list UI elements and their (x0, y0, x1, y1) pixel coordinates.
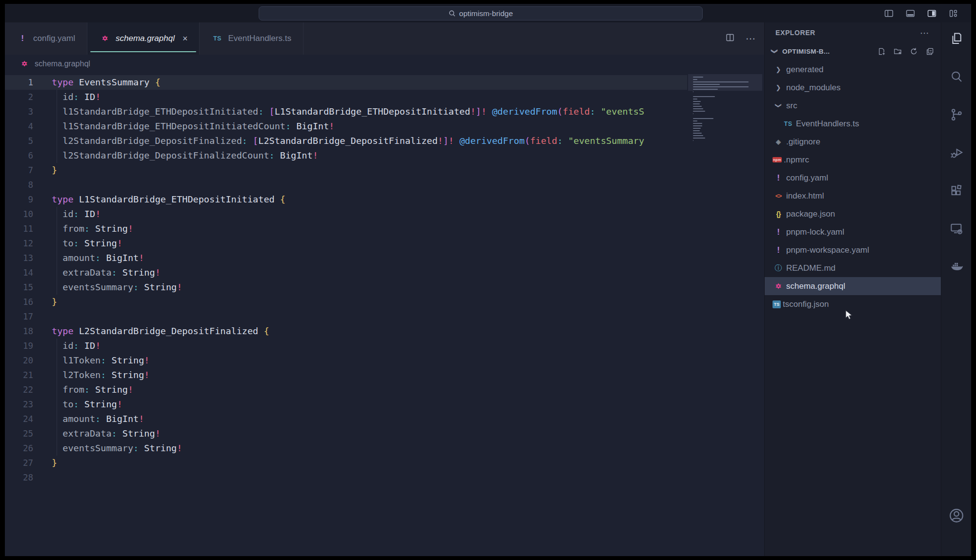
account-icon[interactable] (945, 507, 968, 545)
code-text: id: ID! (33, 90, 101, 104)
code-text: type L2StandardBridge_DepositFinalized { (33, 324, 269, 339)
code-text: l1StandardBridge_ETHDepositInitiatedCoun… (33, 119, 334, 134)
code-line[interactable]: 12 to: String! (5, 236, 764, 251)
activity-source-control-icon[interactable] (945, 107, 968, 145)
new-file-icon[interactable] (877, 47, 886, 56)
workspace-section-header[interactable]: ❯ OPTIMISM-B... (765, 43, 941, 60)
code-line[interactable]: 15 eventsSummary: String! (5, 280, 764, 295)
tab-label: config.yaml (33, 34, 75, 43)
new-folder-icon[interactable] (893, 47, 902, 56)
code-text (33, 178, 52, 192)
toggle-primary-sidebar-icon[interactable] (883, 8, 894, 19)
code-text: l2Token: String! (33, 368, 150, 382)
split-editor-icon[interactable] (725, 33, 735, 44)
code-line[interactable]: 13 amount: BigInt! (5, 251, 764, 265)
chevron-right-icon: ❯ (773, 66, 784, 73)
code-text: eventsSummary: String! (33, 441, 182, 456)
activity-run-debug-icon[interactable] (945, 145, 968, 183)
code-line[interactable]: 28 (5, 470, 764, 485)
code-line[interactable]: 17 (5, 309, 764, 324)
code-line[interactable]: 5 l2StandardBridge_DepositFinalized: [L2… (5, 134, 764, 148)
tree-item-node_modules[interactable]: ❯node_modules (765, 79, 941, 97)
code-line[interactable]: 25 extraData: String! (5, 426, 764, 441)
code-text: from: String! (33, 221, 133, 236)
code-line[interactable]: 6 l2StandardBridge_DepositFinalizedCount… (5, 148, 764, 163)
minimap[interactable] (690, 74, 757, 162)
tree-item-index.html[interactable]: <>index.html (765, 187, 941, 205)
tree-item-pnpm-lock.yaml[interactable]: !pnpm-lock.yaml (765, 223, 941, 241)
code-line[interactable]: 18type L2StandardBridge_DepositFinalized… (5, 324, 764, 339)
line-number: 18 (5, 324, 33, 339)
code-line[interactable]: 26 eventsSummary: String! (5, 441, 764, 456)
explorer-more-actions-icon[interactable]: ⋯ (920, 27, 930, 39)
code-line[interactable]: 1type EventsSummary { (5, 75, 764, 90)
tab-EventHandlers.ts[interactable]: TSEventHandlers.ts (200, 22, 303, 55)
tree-item-schema.graphql[interactable]: ✡schema.graphql (765, 277, 941, 295)
tree-item-package.json[interactable]: {}package.json (765, 205, 941, 223)
tree-item-label: pnpm-lock.yaml (786, 227, 844, 237)
activity-search-icon[interactable] (945, 69, 968, 107)
code-line[interactable]: 27} (5, 456, 764, 470)
activity-remote-explorer-icon[interactable] (945, 221, 968, 260)
code-line[interactable]: 4 l1StandardBridge_ETHDepositInitiatedCo… (5, 119, 764, 134)
info-file-icon: ⓘ (773, 263, 784, 273)
line-number: 23 (5, 397, 33, 412)
npm-file-icon: npm (773, 157, 782, 162)
activity-extensions-icon[interactable] (945, 183, 968, 221)
code-line[interactable]: 2 id: ID! (5, 90, 764, 104)
yaml-file-icon: ! (773, 173, 784, 183)
tree-item-README.md[interactable]: ⓘREADME.md (765, 259, 941, 277)
activity-explorer-icon[interactable] (945, 31, 968, 69)
breadcrumb[interactable]: ✡ schema.graphql (5, 55, 764, 73)
line-number: 14 (5, 265, 33, 280)
code-line[interactable]: 20 l1Token: String! (5, 353, 764, 368)
tree-item-label: schema.graphql (786, 281, 845, 291)
code-line[interactable]: 11 from: String! (5, 221, 764, 236)
line-number: 24 (5, 412, 33, 426)
yaml-file-icon: ! (17, 34, 28, 43)
activity-docker-icon[interactable] (945, 260, 968, 298)
customize-layout-icon[interactable] (948, 8, 958, 19)
tab-schema.graphql[interactable]: ✡schema.graphql× (87, 22, 200, 55)
line-number: 7 (5, 163, 33, 178)
tree-item-label: tsconfig.json (783, 300, 829, 309)
code-line[interactable]: 7} (5, 163, 764, 178)
command-center-search[interactable]: optimism-bridge (259, 6, 703, 20)
close-tab-icon[interactable]: × (183, 34, 188, 44)
code-text: l2StandardBridge_DepositFinalized: [L2St… (33, 134, 644, 148)
line-number: 2 (5, 90, 33, 104)
code-editor[interactable]: 1type EventsSummary {2 id: ID!3 l1Standa… (5, 73, 764, 556)
refresh-icon[interactable] (909, 47, 918, 56)
tree-item-.npmrc[interactable]: npm.npmrc (765, 151, 941, 169)
code-line[interactable]: 19 id: ID! (5, 339, 764, 353)
code-text (33, 309, 52, 324)
line-number: 27 (5, 456, 33, 470)
code-line[interactable]: 24 amount: BigInt! (5, 412, 764, 426)
code-text: l2StandardBridge_DepositFinalizedCount: … (33, 148, 318, 163)
collapse-folders-icon[interactable] (925, 47, 934, 56)
tree-item-pnpm-workspace.yaml[interactable]: !pnpm-workspace.yaml (765, 241, 941, 259)
tree-item-generated[interactable]: ❯generated (765, 60, 941, 79)
code-line[interactable]: 10 id: ID! (5, 207, 764, 221)
code-line[interactable]: 22 from: String! (5, 382, 764, 397)
code-line[interactable]: 14 extraData: String! (5, 265, 764, 280)
tree-item-src[interactable]: ❯src (765, 97, 941, 115)
tree-item-label: EventHandlers.ts (796, 119, 859, 129)
editor-more-actions-icon[interactable]: ⋯ (746, 33, 756, 44)
code-text: amount: BigInt! (33, 251, 144, 265)
code-line[interactable]: 21 l2Token: String! (5, 368, 764, 382)
code-line[interactable]: 3 l1StandardBridge_ETHDepositInitiated: … (5, 104, 764, 119)
code-line[interactable]: 23 to: String! (5, 397, 764, 412)
code-text: extraData: String! (33, 265, 161, 280)
line-number: 15 (5, 280, 33, 295)
toggle-panel-icon[interactable] (905, 8, 915, 19)
code-line[interactable]: 9type L1StandardBridge_ETHDepositInitiat… (5, 192, 764, 207)
code-line[interactable]: 16} (5, 295, 764, 309)
toggle-secondary-sidebar-icon[interactable] (926, 8, 937, 19)
tree-item-label: src (786, 101, 797, 111)
code-line[interactable]: 8 (5, 178, 764, 192)
tab-config.yaml[interactable]: !config.yaml (5, 22, 87, 55)
tree-item-config.yaml[interactable]: !config.yaml (765, 169, 941, 187)
tree-item-.gitignore[interactable]: ◈.gitignore (765, 133, 941, 151)
tree-item-EventHandlers.ts[interactable]: TSEventHandlers.ts (765, 115, 941, 133)
